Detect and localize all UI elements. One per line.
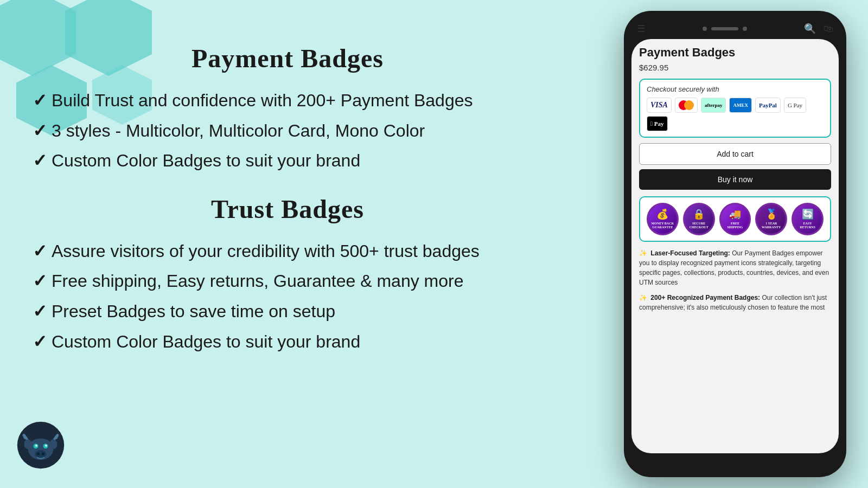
payment-badges-box: Checkout securely with VISA afterpay [639,79,831,138]
buy-now-button[interactable]: Buy it now [639,169,831,190]
svg-point-6 [35,445,37,447]
desc-icon-1: ✨ [639,249,647,257]
trust-feature-1: ✓Assure visitors of your credibility wit… [33,240,542,263]
secure-label: SECURECHECKOUT [690,222,709,229]
visa-icon: VISA [647,98,672,113]
gpay-icon: G Pay [784,98,806,113]
shipping-label: FREESHIPPING [727,222,743,229]
apple-pay-icon:  Pay [647,116,668,131]
checkmark-icon-1: ✓ [33,91,47,110]
svg-point-9 [37,453,40,455]
mastercard-icon [675,98,698,113]
phone-notch-center [703,27,747,31]
warranty-label: 1 YEARWARRANTY [762,222,781,229]
logo-container [16,421,65,472]
notch-dot-2 [743,27,747,31]
returns-icon: 🔄 [802,209,814,221]
trust-feature-2: ✓Free shipping, Easy returns, Guarantee … [33,270,542,293]
payment-feature-3: ✓Custom Color Badges to suit your brand [33,150,542,172]
svg-point-3 [49,439,57,449]
payment-badges-list: ✓Build Trust and confidence with 200+ Pa… [33,89,542,172]
desc-section-2: ✨ 200+ Recognized Payment Badges: Our co… [639,293,831,312]
paypal-icon: PayPal [755,98,781,113]
phone-product-title: Payment Badges [639,46,831,60]
warranty-icon: 🏅 [765,209,777,221]
checkmark-icon-4: ✓ [33,241,47,261]
desc-bold-1: Laser-Focused Targeting: [650,249,730,257]
checkmark-icon-5: ✓ [33,271,47,291]
money-back-icon: 💰 [656,209,668,221]
secure-icon: 🔒 [693,209,705,221]
trust-badges-row: 💰 MONEY BACKGUARANTEE 🔒 SECURECHECKOUT 🚚… [647,203,824,235]
desc-icon-2: ✨ [639,294,647,301]
trust-badge-returns: 🔄 EASYRETURNS [792,203,824,235]
phone-notch-bar: ☰ 🔍 🛍 [631,21,839,39]
trust-badges-title: Trust Badges [33,194,542,224]
payment-icons-row: VISA afterpay AMEX Pay [647,98,824,131]
search-icon[interactable]: 🔍 [804,23,816,35]
checkmark-icon-7: ✓ [33,332,47,351]
phone-screen: Payment Badges $629.95 Checkout securely… [631,39,839,453]
trust-feature-4: ✓Custom Color Badges to suit your brand [33,331,542,354]
trust-badge-secure: 🔒 SECURECHECKOUT [683,203,715,235]
add-to-cart-button[interactable]: Add to cart [639,143,831,165]
checkmark-icon-2: ✓ [33,121,47,140]
payment-feature-2: ✓3 styles - Multicolor, Multicolor Card,… [33,120,542,143]
mc-orange-circle [684,100,694,110]
svg-point-10 [42,453,44,455]
trust-badge-money-back: 💰 MONEY BACKGUARANTEE [647,203,679,235]
bull-logo [16,421,65,470]
svg-point-2 [24,439,31,449]
payment-feature-1: ✓Build Trust and confidence with 200+ Pa… [33,89,542,112]
notch-pill [711,27,738,30]
desc-bold-2: 200+ Recognized Payment Badges: [650,294,760,301]
phone-frame: ☰ 🔍 🛍 Payment Badges $629.95 Checkout se… [624,11,846,477]
trust-badges-box: 💰 MONEY BACKGUARANTEE 🔒 SECURECHECKOUT 🚚… [639,196,831,242]
afterpay-icon: afterpay [701,98,726,113]
desc-section-1: ✨ Laser-Focused Targeting: Our Payment B… [639,248,831,287]
svg-point-7 [45,445,47,447]
trust-badges-list: ✓Assure visitors of your credibility wit… [33,240,542,353]
checkmark-icon-3: ✓ [33,151,47,170]
money-back-label: MONEY BACKGUARANTEE [652,222,674,229]
checkmark-icon-6: ✓ [33,301,47,321]
notch-dot-1 [703,27,707,31]
phone-screen-inner: Payment Badges $629.95 Checkout securely… [631,39,839,453]
payment-badges-title: Payment Badges [33,43,542,73]
trust-feature-3: ✓Preset Badges to save time on setup [33,300,542,323]
phone-price: $629.95 [639,63,831,72]
trust-badge-warranty: 🏅 1 YEARWARRANTY [755,203,787,235]
svg-point-8 [35,450,47,458]
trust-badge-shipping: 🚚 FREESHIPPING [719,203,751,235]
cart-icon[interactable]: 🛍 [824,23,833,35]
checkout-securely-text: Checkout securely with [647,85,824,93]
shipping-icon: 🚚 [729,209,741,221]
menu-icon[interactable]: ☰ [637,23,646,35]
phone-mockup: ☰ 🔍 🛍 Payment Badges $629.95 Checkout se… [624,11,846,477]
returns-label: EASYRETURNS [800,222,815,229]
left-content-area: Payment Badges ✓Build Trust and confiden… [33,43,542,375]
amex-icon: AMEX [729,98,752,113]
